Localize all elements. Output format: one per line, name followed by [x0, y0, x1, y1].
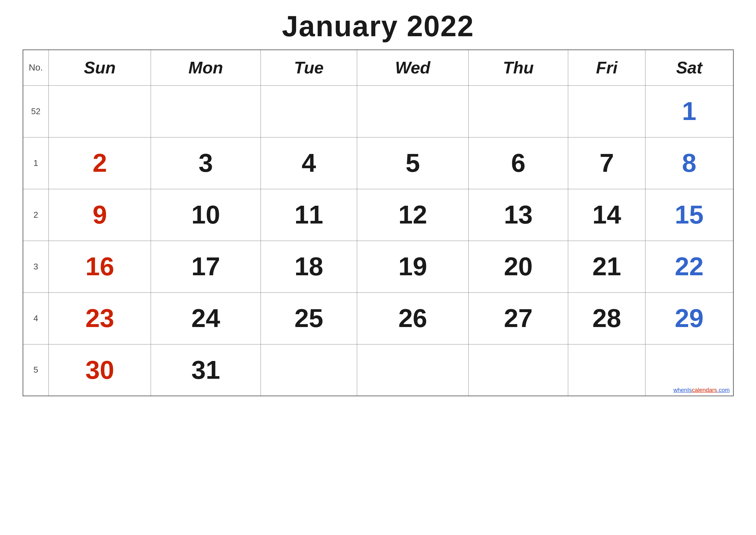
calendar-cell: 3	[151, 137, 260, 189]
week-number: 4	[23, 293, 49, 344]
calendar-cell: 15	[645, 189, 733, 241]
calendar-cell: 13	[468, 189, 568, 241]
calendar-cell: whenIscalendars.com	[645, 344, 733, 396]
header-saturday: Sat	[645, 50, 733, 85]
calendar-cell	[357, 344, 469, 396]
header-monday: Mon	[151, 50, 260, 85]
header-wednesday: Wed	[357, 50, 469, 85]
calendar-cell: 22	[645, 241, 733, 293]
calendar-cell	[568, 85, 645, 137]
calendar-cell: 12	[357, 189, 469, 241]
calendar-cell: 6	[468, 137, 568, 189]
calendar-row: 12345678	[23, 137, 733, 189]
calendar-cell: 5	[357, 137, 469, 189]
header-friday: Fri	[568, 50, 645, 85]
calendar-cell	[151, 85, 260, 137]
calendar-cell	[260, 344, 357, 396]
calendar-table: No. Sun Mon Tue Wed Thu Fri Sat 52112345…	[23, 49, 734, 396]
watermark: whenIscalendars.com	[673, 387, 730, 394]
calendar-cell: 9	[49, 189, 151, 241]
calendar-cell: 30	[49, 344, 151, 396]
week-number: 1	[23, 137, 49, 189]
week-number: 3	[23, 241, 49, 293]
calendar-cell	[49, 85, 151, 137]
page-title: January 2022	[282, 10, 474, 43]
week-number: 2	[23, 189, 49, 241]
header-row: No. Sun Mon Tue Wed Thu Fri Sat	[23, 50, 733, 85]
calendar-cell: 18	[260, 241, 357, 293]
calendar-cell: 24	[151, 293, 260, 344]
header-thursday: Thu	[468, 50, 568, 85]
calendar-cell: 11	[260, 189, 357, 241]
calendar-cell: 16	[49, 241, 151, 293]
calendar-row: 29101112131415	[23, 189, 733, 241]
calendar-cell: 10	[151, 189, 260, 241]
calendar-cell	[468, 85, 568, 137]
calendar-cell: 7	[568, 137, 645, 189]
calendar-wrapper: No. Sun Mon Tue Wed Thu Fri Sat 52112345…	[23, 49, 734, 396]
calendar-cell: 20	[468, 241, 568, 293]
calendar-cell: 28	[568, 293, 645, 344]
calendar-cell	[357, 85, 469, 137]
calendar-cell: 23	[49, 293, 151, 344]
calendar-cell: 29	[645, 293, 733, 344]
calendar-cell: 31	[151, 344, 260, 396]
calendar-cell: 4	[260, 137, 357, 189]
calendar-cell: 14	[568, 189, 645, 241]
calendar-cell	[468, 344, 568, 396]
calendar-row: 53031whenIscalendars.com	[23, 344, 733, 396]
calendar-cell: 25	[260, 293, 357, 344]
calendar-cell: 17	[151, 241, 260, 293]
calendar-cell: 21	[568, 241, 645, 293]
header-no: No.	[23, 50, 49, 85]
calendar-cell: 1	[645, 85, 733, 137]
calendar-cell	[568, 344, 645, 396]
calendar-row: 521	[23, 85, 733, 137]
calendar-row: 316171819202122	[23, 241, 733, 293]
header-sunday: Sun	[49, 50, 151, 85]
calendar-cell: 27	[468, 293, 568, 344]
calendar-cell: 19	[357, 241, 469, 293]
calendar-cell: 26	[357, 293, 469, 344]
calendar-row: 423242526272829	[23, 293, 733, 344]
calendar-cell: 8	[645, 137, 733, 189]
calendar-cell: 2	[49, 137, 151, 189]
header-tuesday: Tue	[260, 50, 357, 85]
week-number: 52	[23, 85, 49, 137]
calendar-cell	[260, 85, 357, 137]
week-number: 5	[23, 344, 49, 396]
